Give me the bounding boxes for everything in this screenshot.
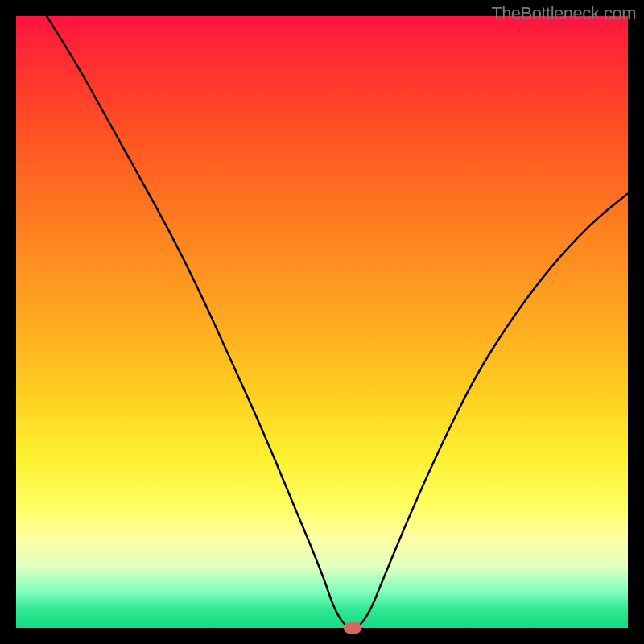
minimum-marker — [344, 622, 361, 634]
bottleneck-curve — [16, 16, 628, 628]
chart-plot-area — [16, 16, 628, 628]
watermark-text: TheBottleneck.com — [491, 3, 636, 24]
